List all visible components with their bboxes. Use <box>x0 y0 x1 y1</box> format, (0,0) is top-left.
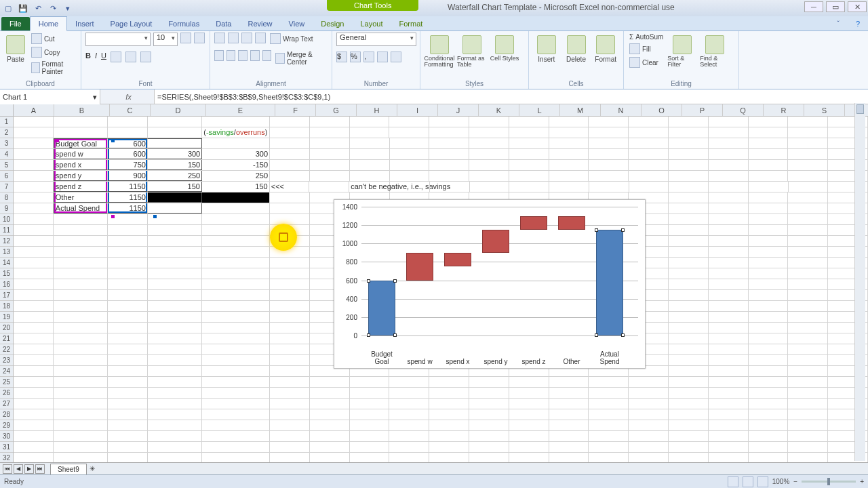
cell[interactable] <box>148 442 202 452</box>
cell[interactable] <box>549 420 589 430</box>
cell[interactable] <box>589 182 629 192</box>
cell[interactable] <box>14 366 54 376</box>
cell[interactable] <box>549 117 589 127</box>
bar-delta[interactable] <box>482 230 509 253</box>
row-header-24[interactable]: 24 <box>0 366 13 377</box>
cell[interactable] <box>54 409 108 420</box>
cell[interactable] <box>270 301 310 311</box>
cell[interactable] <box>350 388 390 398</box>
qat-dropdown-icon[interactable]: ▾ <box>62 3 73 14</box>
cell[interactable] <box>788 355 828 365</box>
cell[interactable] <box>350 117 390 127</box>
cell[interactable]: (-savings/overruns) <box>202 127 270 138</box>
cell[interactable] <box>669 117 709 127</box>
cell[interactable] <box>54 366 108 376</box>
cell[interactable] <box>788 377 828 387</box>
col-header-A[interactable]: A <box>14 104 54 116</box>
cell[interactable] <box>709 247 749 257</box>
cell[interactable] <box>629 138 669 148</box>
cell[interactable] <box>788 127 828 138</box>
row-header-15[interactable]: 15 <box>0 268 13 279</box>
cell[interactable] <box>469 149 509 159</box>
cell[interactable] <box>788 192 828 203</box>
cell[interactable] <box>549 160 589 170</box>
cell[interactable] <box>589 442 629 452</box>
cell[interactable] <box>709 160 749 170</box>
cell[interactable] <box>148 279 202 289</box>
col-header-N[interactable]: N <box>601 104 642 116</box>
cell[interactable] <box>202 236 270 246</box>
cell[interactable] <box>788 117 828 127</box>
tab-format[interactable]: Format <box>391 17 431 30</box>
cell[interactable]: 300 <box>202 149 270 159</box>
cell[interactable] <box>108 366 148 376</box>
cell[interactable] <box>310 171 350 181</box>
cell[interactable] <box>202 377 270 387</box>
cell[interactable] <box>350 160 390 170</box>
clear-button[interactable]: Clear <box>628 56 665 68</box>
cell[interactable] <box>350 442 390 452</box>
cell[interactable] <box>788 453 828 463</box>
cell[interactable] <box>14 127 54 138</box>
cell[interactable] <box>709 409 749 420</box>
cell[interactable] <box>669 127 709 138</box>
cell[interactable] <box>14 312 54 322</box>
cell[interactable] <box>788 236 828 246</box>
cell[interactable] <box>14 268 54 279</box>
cell-styles-button[interactable]: Cell Styles <box>490 33 519 62</box>
cell[interactable] <box>669 431 709 441</box>
cell[interactable]: Budget Goal <box>54 138 108 148</box>
cell[interactable] <box>350 409 390 420</box>
cell[interactable] <box>14 182 54 192</box>
cell[interactable] <box>629 117 669 127</box>
cell[interactable] <box>310 377 350 387</box>
font-color-icon[interactable] <box>140 52 151 62</box>
cell[interactable] <box>14 333 54 344</box>
row-header-31[interactable]: 31 <box>0 442 13 453</box>
cell[interactable] <box>709 236 749 246</box>
cell[interactable] <box>749 409 789 420</box>
cell[interactable] <box>509 182 549 192</box>
fill-button[interactable]: Fill <box>628 43 665 55</box>
cell[interactable] <box>469 442 509 452</box>
cell[interactable] <box>108 409 148 420</box>
cell[interactable] <box>108 453 148 463</box>
align-center-icon[interactable] <box>226 50 236 61</box>
cell[interactable] <box>669 258 709 268</box>
cell[interactable] <box>310 149 350 159</box>
cell[interactable] <box>389 409 429 420</box>
cell[interactable] <box>108 333 148 344</box>
cell[interactable] <box>202 388 270 398</box>
cell[interactable] <box>709 442 749 452</box>
cell[interactable] <box>549 182 589 192</box>
cell[interactable] <box>709 399 749 409</box>
cell[interactable] <box>788 290 828 300</box>
row-header-22[interactable]: 22 <box>0 344 13 355</box>
cell[interactable] <box>202 420 270 430</box>
cell[interactable] <box>669 399 709 409</box>
cell[interactable] <box>629 127 669 138</box>
cell[interactable] <box>549 127 589 138</box>
cell[interactable] <box>709 279 749 289</box>
tab-review[interactable]: Review <box>239 17 280 30</box>
select-all-corner[interactable] <box>0 104 14 117</box>
tab-home[interactable]: Home <box>30 16 67 31</box>
cell[interactable] <box>14 247 54 257</box>
cell[interactable] <box>709 431 749 441</box>
cell[interactable] <box>789 182 829 192</box>
cell[interactable] <box>108 279 148 289</box>
inc-decimal-icon[interactable] <box>377 52 388 62</box>
cell[interactable] <box>509 409 549 420</box>
cell[interactable] <box>749 388 789 398</box>
cell[interactable] <box>429 453 469 463</box>
cell[interactable] <box>202 203 270 214</box>
cell[interactable] <box>669 453 709 463</box>
cell[interactable] <box>310 409 350 420</box>
find-select-button[interactable]: Find & Select <box>700 33 730 68</box>
zoom-in-icon[interactable]: + <box>860 478 864 485</box>
cell[interactable] <box>389 453 429 463</box>
cell[interactable] <box>14 453 54 463</box>
cell[interactable] <box>669 171 709 181</box>
cell[interactable] <box>669 442 709 452</box>
cell[interactable] <box>108 258 148 268</box>
